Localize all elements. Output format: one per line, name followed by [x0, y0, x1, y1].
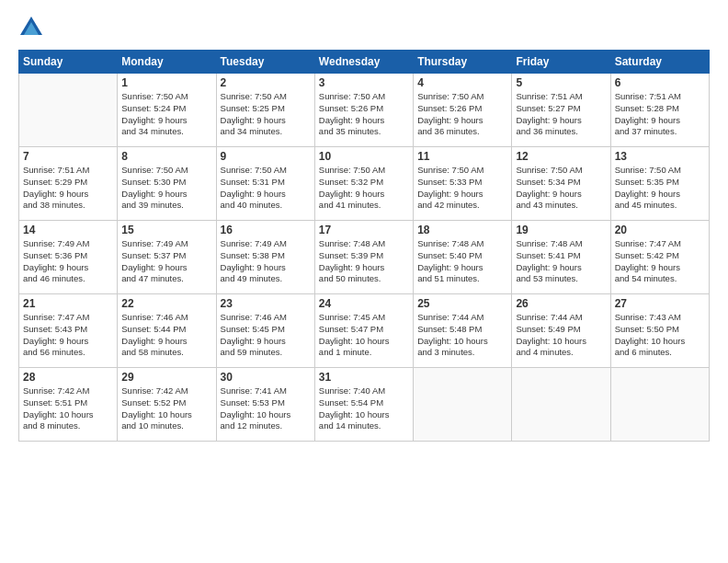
- day-info: Sunrise: 7:40 AMSunset: 5:54 PMDaylight:…: [319, 385, 409, 432]
- calendar-cell: 7Sunrise: 7:51 AMSunset: 5:29 PMDaylight…: [19, 147, 118, 221]
- calendar-cell: 1Sunrise: 7:50 AMSunset: 5:24 PMDaylight…: [118, 74, 216, 147]
- calendar-cell: 25Sunrise: 7:44 AMSunset: 5:48 PMDayligh…: [414, 294, 512, 368]
- weekday-thursday: Thursday: [414, 51, 512, 74]
- logo: [18, 15, 48, 40]
- day-number: 6: [615, 76, 705, 89]
- weekday-tuesday: Tuesday: [216, 51, 314, 74]
- calendar-cell: [414, 368, 512, 442]
- day-info: Sunrise: 7:46 AMSunset: 5:45 PMDaylight:…: [221, 312, 311, 359]
- day-number: 5: [516, 76, 606, 89]
- day-number: 26: [516, 297, 606, 310]
- day-info: Sunrise: 7:51 AMSunset: 5:29 PMDaylight:…: [23, 165, 113, 212]
- day-number: 25: [417, 297, 507, 310]
- header: [18, 15, 710, 40]
- day-info: Sunrise: 7:45 AMSunset: 5:47 PMDaylight:…: [319, 312, 409, 359]
- day-info: Sunrise: 7:50 AMSunset: 5:26 PMDaylight:…: [319, 91, 409, 138]
- calendar-cell: 19Sunrise: 7:48 AMSunset: 5:41 PMDayligh…: [512, 221, 610, 294]
- day-info: Sunrise: 7:42 AMSunset: 5:51 PMDaylight:…: [23, 385, 113, 432]
- weekday-friday: Friday: [512, 51, 610, 74]
- day-number: 28: [23, 371, 113, 384]
- day-number: 1: [121, 76, 211, 89]
- calendar-cell: 18Sunrise: 7:48 AMSunset: 5:40 PMDayligh…: [414, 221, 512, 294]
- calendar-cell: 2Sunrise: 7:50 AMSunset: 5:25 PMDaylight…: [216, 74, 314, 147]
- day-number: 22: [121, 297, 211, 310]
- calendar-cell: 13Sunrise: 7:50 AMSunset: 5:35 PMDayligh…: [610, 147, 709, 221]
- page: SundayMondayTuesdayWednesdayThursdayFrid…: [0, 0, 728, 563]
- calendar-week-3: 21Sunrise: 7:47 AMSunset: 5:43 PMDayligh…: [19, 294, 710, 368]
- day-number: 31: [319, 371, 409, 384]
- day-number: 8: [121, 150, 211, 163]
- calendar-cell: 12Sunrise: 7:50 AMSunset: 5:34 PMDayligh…: [512, 147, 610, 221]
- weekday-saturday: Saturday: [610, 51, 709, 74]
- calendar-week-2: 14Sunrise: 7:49 AMSunset: 5:36 PMDayligh…: [19, 221, 710, 294]
- day-number: 13: [615, 150, 705, 163]
- day-number: 12: [516, 150, 606, 163]
- day-number: 16: [221, 224, 311, 236]
- day-info: Sunrise: 7:50 AMSunset: 5:26 PMDaylight:…: [417, 91, 507, 138]
- calendar-cell: 24Sunrise: 7:45 AMSunset: 5:47 PMDayligh…: [314, 294, 413, 368]
- weekday-wednesday: Wednesday: [314, 51, 413, 74]
- calendar-week-1: 7Sunrise: 7:51 AMSunset: 5:29 PMDaylight…: [19, 147, 710, 221]
- day-number: 2: [221, 76, 311, 89]
- calendar-cell: 21Sunrise: 7:47 AMSunset: 5:43 PMDayligh…: [19, 294, 118, 368]
- day-info: Sunrise: 7:50 AMSunset: 5:31 PMDaylight:…: [221, 165, 311, 212]
- day-info: Sunrise: 7:51 AMSunset: 5:28 PMDaylight:…: [615, 91, 705, 138]
- day-info: Sunrise: 7:50 AMSunset: 5:24 PMDaylight:…: [121, 91, 211, 138]
- day-info: Sunrise: 7:50 AMSunset: 5:30 PMDaylight:…: [121, 165, 211, 212]
- calendar-cell: 8Sunrise: 7:50 AMSunset: 5:30 PMDaylight…: [118, 147, 216, 221]
- day-info: Sunrise: 7:43 AMSunset: 5:50 PMDaylight:…: [615, 312, 705, 359]
- day-info: Sunrise: 7:50 AMSunset: 5:32 PMDaylight:…: [319, 165, 409, 212]
- calendar-cell: 20Sunrise: 7:47 AMSunset: 5:42 PMDayligh…: [610, 221, 709, 294]
- day-info: Sunrise: 7:47 AMSunset: 5:42 PMDaylight:…: [615, 238, 705, 285]
- calendar-cell: 9Sunrise: 7:50 AMSunset: 5:31 PMDaylight…: [216, 147, 314, 221]
- weekday-sunday: Sunday: [19, 51, 118, 74]
- calendar-cell: [610, 368, 709, 442]
- day-number: 9: [221, 150, 311, 163]
- day-info: Sunrise: 7:50 AMSunset: 5:35 PMDaylight:…: [615, 165, 705, 212]
- calendar-cell: 17Sunrise: 7:48 AMSunset: 5:39 PMDayligh…: [314, 221, 413, 294]
- day-number: 20: [615, 224, 705, 236]
- day-info: Sunrise: 7:44 AMSunset: 5:48 PMDaylight:…: [417, 312, 507, 359]
- calendar-cell: 4Sunrise: 7:50 AMSunset: 5:26 PMDaylight…: [414, 74, 512, 147]
- day-info: Sunrise: 7:48 AMSunset: 5:41 PMDaylight:…: [516, 238, 606, 285]
- calendar-cell: 6Sunrise: 7:51 AMSunset: 5:28 PMDaylight…: [610, 74, 709, 147]
- calendar-cell: 5Sunrise: 7:51 AMSunset: 5:27 PMDaylight…: [512, 74, 610, 147]
- day-info: Sunrise: 7:44 AMSunset: 5:49 PMDaylight:…: [516, 312, 606, 359]
- logo-icon: [18, 15, 44, 40]
- day-number: 19: [516, 224, 606, 236]
- day-number: 23: [221, 297, 311, 310]
- calendar-cell: 26Sunrise: 7:44 AMSunset: 5:49 PMDayligh…: [512, 294, 610, 368]
- day-info: Sunrise: 7:42 AMSunset: 5:52 PMDaylight:…: [121, 385, 211, 432]
- calendar-cell: 11Sunrise: 7:50 AMSunset: 5:33 PMDayligh…: [414, 147, 512, 221]
- day-number: 17: [319, 224, 409, 236]
- day-number: 27: [615, 297, 705, 310]
- day-info: Sunrise: 7:48 AMSunset: 5:40 PMDaylight:…: [417, 238, 507, 285]
- calendar-cell: 15Sunrise: 7:49 AMSunset: 5:37 PMDayligh…: [118, 221, 216, 294]
- calendar-cell: 22Sunrise: 7:46 AMSunset: 5:44 PMDayligh…: [118, 294, 216, 368]
- day-number: 3: [319, 76, 409, 89]
- calendar-week-0: 1Sunrise: 7:50 AMSunset: 5:24 PMDaylight…: [19, 74, 710, 147]
- day-number: 30: [221, 371, 311, 384]
- day-number: 11: [417, 150, 507, 163]
- calendar-table: SundayMondayTuesdayWednesdayThursdayFrid…: [18, 50, 710, 442]
- calendar-cell: 27Sunrise: 7:43 AMSunset: 5:50 PMDayligh…: [610, 294, 709, 368]
- day-number: 18: [417, 224, 507, 236]
- calendar-cell: 28Sunrise: 7:42 AMSunset: 5:51 PMDayligh…: [19, 368, 118, 442]
- day-number: 7: [23, 150, 113, 163]
- day-number: 14: [23, 224, 113, 236]
- calendar-cell: 16Sunrise: 7:49 AMSunset: 5:38 PMDayligh…: [216, 221, 314, 294]
- day-info: Sunrise: 7:49 AMSunset: 5:36 PMDaylight:…: [23, 238, 113, 285]
- calendar-cell: 23Sunrise: 7:46 AMSunset: 5:45 PMDayligh…: [216, 294, 314, 368]
- day-number: 29: [121, 371, 211, 384]
- calendar-cell: 14Sunrise: 7:49 AMSunset: 5:36 PMDayligh…: [19, 221, 118, 294]
- calendar-cell: [19, 74, 118, 147]
- day-number: 15: [121, 224, 211, 236]
- day-info: Sunrise: 7:49 AMSunset: 5:38 PMDaylight:…: [221, 238, 311, 285]
- calendar-week-4: 28Sunrise: 7:42 AMSunset: 5:51 PMDayligh…: [19, 368, 710, 442]
- day-number: 10: [319, 150, 409, 163]
- day-number: 21: [23, 297, 113, 310]
- day-number: 24: [319, 297, 409, 310]
- day-info: Sunrise: 7:48 AMSunset: 5:39 PMDaylight:…: [319, 238, 409, 285]
- calendar-cell: 10Sunrise: 7:50 AMSunset: 5:32 PMDayligh…: [314, 147, 413, 221]
- day-info: Sunrise: 7:50 AMSunset: 5:25 PMDaylight:…: [221, 91, 311, 138]
